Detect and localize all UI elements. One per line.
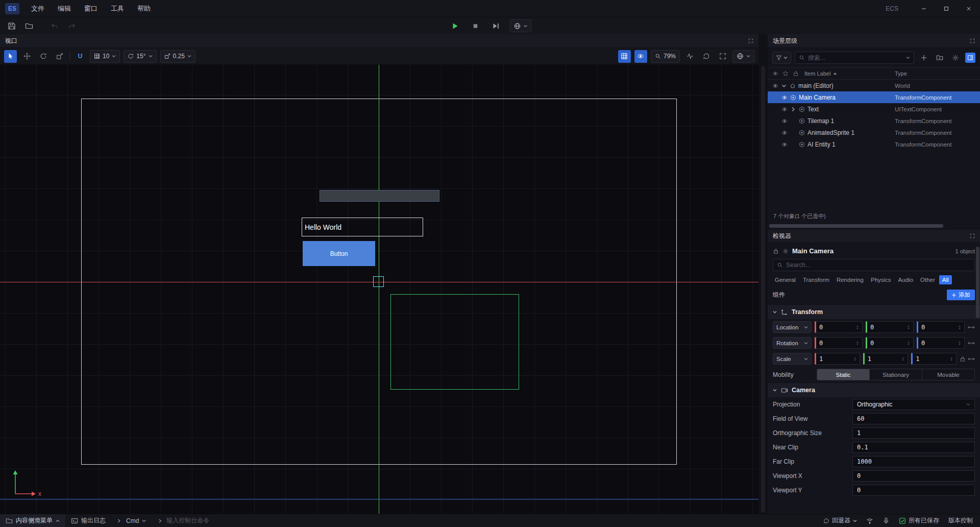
grid-toggle-button[interactable] bbox=[618, 50, 631, 63]
spinner-icon[interactable] bbox=[958, 341, 961, 346]
eye-icon[interactable] bbox=[781, 94, 788, 101]
rotate-tool-button[interactable] bbox=[37, 50, 50, 63]
favorite-column-icon[interactable] bbox=[782, 70, 789, 77]
viewport-y-field[interactable]: 0 bbox=[852, 485, 975, 496]
rotation-x-field[interactable]: 0 bbox=[815, 337, 863, 349]
menu-help[interactable]: 帮助 bbox=[131, 0, 157, 17]
viewport-scrollbar[interactable] bbox=[758, 34, 768, 514]
revision-dropdown[interactable]: 回退器 bbox=[823, 516, 857, 525]
spinner-icon[interactable] bbox=[907, 341, 910, 346]
zoom-indicator[interactable]: 79% bbox=[651, 50, 680, 63]
rotation-z-field[interactable]: 0 bbox=[917, 337, 965, 349]
tab-transform[interactable]: Transform bbox=[800, 275, 832, 284]
hierarchy-row-tilemap[interactable]: Tilemap 1 TransformComponent bbox=[768, 115, 980, 127]
hierarchy-settings-button[interactable] bbox=[949, 52, 962, 64]
viewport-x-field[interactable]: 0 bbox=[852, 470, 975, 482]
lock-icon[interactable] bbox=[773, 248, 779, 254]
undo-button[interactable] bbox=[48, 19, 61, 33]
close-button[interactable] bbox=[958, 0, 980, 17]
hierarchy-row-main[interactable]: main (Editor) World bbox=[768, 80, 980, 91]
grid-snap-dropdown[interactable]: 10 bbox=[90, 50, 120, 63]
eye-icon[interactable] bbox=[781, 106, 788, 112]
inspector-vscrollbar[interactable] bbox=[976, 245, 979, 512]
camera-section-header[interactable]: Camera bbox=[768, 382, 980, 397]
field-of-view-field[interactable]: 60 bbox=[852, 413, 975, 424]
column-item-label[interactable]: Item Label bbox=[804, 70, 892, 77]
version-control-button[interactable]: 版本控制 bbox=[948, 516, 973, 525]
snap-toggle-button[interactable] bbox=[74, 50, 86, 63]
rotation-y-field[interactable]: 0 bbox=[866, 337, 914, 349]
spinner-icon[interactable] bbox=[907, 325, 910, 330]
cmd-dropdown[interactable]: Cmd bbox=[111, 514, 152, 527]
redo-button[interactable] bbox=[65, 19, 79, 33]
new-folder-button[interactable] bbox=[934, 52, 946, 64]
inspector-search[interactable] bbox=[773, 259, 975, 271]
inspector-search-input[interactable] bbox=[786, 261, 971, 269]
link-axes-icon[interactable] bbox=[968, 324, 975, 331]
projection-dropdown[interactable]: Orthographic bbox=[852, 399, 975, 410]
chevron-right-icon[interactable] bbox=[790, 106, 796, 112]
tab-general[interactable]: General bbox=[772, 275, 799, 284]
tilemap-object[interactable] bbox=[320, 190, 439, 202]
content-drawer-button[interactable]: 内容侧滑菜单 bbox=[0, 514, 65, 527]
near-clip-field[interactable]: 0.1 bbox=[852, 442, 975, 453]
scrollbar-thumb[interactable] bbox=[761, 66, 765, 513]
viewport-world-dropdown[interactable] bbox=[732, 50, 754, 63]
hierarchy-row-ai-entity[interactable]: AI Entity 1 TransformComponent bbox=[768, 138, 980, 150]
column-type[interactable]: Type bbox=[895, 70, 975, 77]
scale-x-field[interactable]: 1 bbox=[815, 353, 860, 365]
play-button[interactable] bbox=[449, 19, 462, 33]
panel-layout-button[interactable] bbox=[965, 53, 975, 63]
eye-icon[interactable] bbox=[781, 141, 788, 148]
rotation-snap-dropdown[interactable]: 15° bbox=[124, 50, 156, 63]
location-dropdown[interactable]: Location bbox=[773, 321, 812, 333]
rotation-dropdown[interactable]: Rotation bbox=[773, 337, 812, 349]
eye-icon[interactable] bbox=[781, 130, 788, 136]
scale-tool-button[interactable] bbox=[53, 50, 66, 63]
spinner-icon[interactable] bbox=[856, 341, 859, 346]
hierarchy-row-animatedsprite[interactable]: AnimatedSprite 1 TransformComponent bbox=[768, 127, 980, 138]
hierarchy-search-input[interactable] bbox=[808, 54, 903, 61]
orthographic-size-field[interactable]: 1 bbox=[852, 427, 975, 439]
scrollbar-thumb[interactable] bbox=[769, 224, 943, 228]
lock-column-icon[interactable] bbox=[793, 70, 799, 77]
console-command-input[interactable]: 输入控制台命令 bbox=[152, 514, 215, 527]
visibility-column-icon[interactable] bbox=[772, 70, 778, 77]
link-axes-icon[interactable] bbox=[968, 355, 975, 363]
network-icon[interactable] bbox=[866, 517, 873, 524]
menu-tools[interactable]: 工具 bbox=[104, 0, 131, 17]
step-button[interactable] bbox=[489, 19, 503, 33]
tab-physics[interactable]: Physics bbox=[868, 275, 894, 284]
tab-audio[interactable]: Audio bbox=[895, 275, 916, 284]
microphone-icon[interactable] bbox=[883, 517, 890, 524]
stop-button[interactable] bbox=[469, 19, 482, 33]
scale-dropdown[interactable]: Scale bbox=[773, 353, 812, 365]
mobility-movable[interactable]: Movable bbox=[922, 369, 974, 380]
expand-panel-icon[interactable] bbox=[748, 38, 753, 43]
expand-panel-icon[interactable] bbox=[970, 233, 975, 238]
location-x-field[interactable]: 0 bbox=[815, 321, 863, 333]
menu-edit[interactable]: 编辑 bbox=[51, 0, 78, 17]
reset-view-button[interactable] bbox=[700, 50, 713, 63]
transform-section-header[interactable]: Transform bbox=[768, 304, 980, 319]
scale-y-field[interactable]: 1 bbox=[863, 353, 909, 365]
output-log-button[interactable]: 输出日志 bbox=[65, 514, 111, 527]
eye-icon[interactable] bbox=[781, 118, 788, 124]
scale-z-field[interactable]: 1 bbox=[911, 353, 957, 365]
spinner-icon[interactable] bbox=[950, 356, 953, 362]
maximize-button[interactable] bbox=[935, 0, 958, 17]
hierarchy-hscrollbar[interactable] bbox=[768, 223, 980, 229]
menu-window[interactable]: 窗口 bbox=[78, 0, 104, 17]
mobility-stationary[interactable]: Stationary bbox=[870, 369, 922, 380]
button-object[interactable]: Button bbox=[303, 241, 375, 266]
spinner-icon[interactable] bbox=[958, 325, 961, 330]
scale-snap-dropdown[interactable]: 0.25 bbox=[160, 50, 195, 63]
scrollbar-thumb[interactable] bbox=[976, 247, 979, 318]
spinner-icon[interactable] bbox=[853, 356, 856, 362]
move-tool-button[interactable] bbox=[20, 50, 33, 63]
expand-panel-icon[interactable] bbox=[970, 38, 975, 43]
tab-rendering[interactable]: Rendering bbox=[834, 275, 867, 284]
add-entity-button[interactable] bbox=[918, 52, 930, 64]
eye-icon[interactable] bbox=[772, 83, 778, 89]
minimize-button[interactable] bbox=[913, 0, 935, 17]
